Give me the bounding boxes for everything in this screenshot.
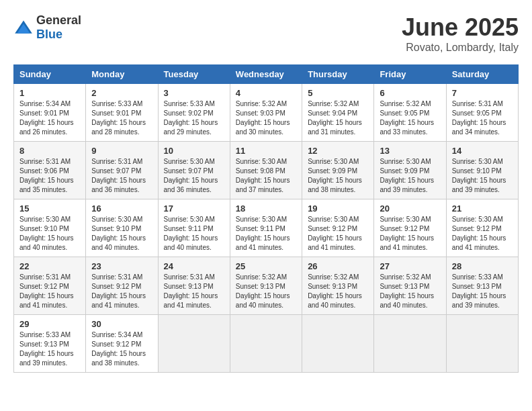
- calendar-cell: 10Sunrise: 5:30 AMSunset: 9:07 PMDayligh…: [158, 142, 230, 199]
- calendar-cell: 4Sunrise: 5:32 AMSunset: 9:03 PMDaylight…: [230, 84, 302, 142]
- logo-icon: [13, 19, 34, 36]
- day-number: 28: [452, 261, 513, 271]
- day-info: Sunrise: 5:31 AMSunset: 9:12 PMDaylight:…: [91, 273, 152, 310]
- day-info: Sunrise: 5:31 AMSunset: 9:05 PMDaylight:…: [452, 99, 513, 137]
- calendar-cell: 5Sunrise: 5:32 AMSunset: 9:04 PMDaylight…: [302, 84, 374, 142]
- calendar-cell: 24Sunrise: 5:31 AMSunset: 9:13 PMDayligh…: [158, 257, 230, 315]
- calendar-cell: 21Sunrise: 5:30 AMSunset: 9:12 PMDayligh…: [446, 199, 518, 257]
- day-info: Sunrise: 5:30 AMSunset: 9:10 PMDaylight:…: [19, 215, 80, 253]
- day-number: 6: [380, 88, 440, 98]
- day-number: 7: [452, 88, 513, 98]
- calendar-cell: 9Sunrise: 5:31 AMSunset: 9:07 PMDaylight…: [86, 142, 158, 199]
- day-info: Sunrise: 5:30 AMSunset: 9:12 PMDaylight:…: [452, 215, 513, 253]
- day-info: Sunrise: 5:31 AMSunset: 9:07 PMDaylight:…: [91, 157, 152, 195]
- calendar-cell: 7Sunrise: 5:31 AMSunset: 9:05 PMDaylight…: [446, 84, 518, 142]
- day-number: 26: [308, 261, 368, 271]
- col-header-tuesday: Tuesday: [158, 65, 230, 84]
- day-info: Sunrise: 5:32 AMSunset: 9:13 PMDaylight:…: [236, 273, 296, 310]
- logo-text: General Blue: [36, 13, 81, 42]
- calendar-cell: [158, 315, 230, 373]
- calendar-cell: 27Sunrise: 5:32 AMSunset: 9:13 PMDayligh…: [374, 257, 446, 315]
- day-number: 15: [19, 203, 80, 214]
- day-info: Sunrise: 5:33 AMSunset: 9:02 PMDaylight:…: [164, 99, 224, 137]
- calendar-cell: 26Sunrise: 5:32 AMSunset: 9:13 PMDayligh…: [302, 257, 374, 315]
- calendar-cell: [302, 315, 374, 373]
- calendar-cell: [230, 315, 302, 373]
- day-number: 29: [19, 319, 80, 329]
- day-number: 22: [19, 261, 80, 271]
- calendar-cell: 17Sunrise: 5:30 AMSunset: 9:11 PMDayligh…: [158, 199, 230, 257]
- col-header-sunday: Sunday: [14, 65, 86, 84]
- logo: General Blue: [13, 13, 81, 42]
- calendar-cell: 18Sunrise: 5:30 AMSunset: 9:11 PMDayligh…: [230, 199, 302, 257]
- day-number: 13: [380, 146, 440, 156]
- calendar-cell: 25Sunrise: 5:32 AMSunset: 9:13 PMDayligh…: [230, 257, 302, 315]
- calendar-cell: 15Sunrise: 5:30 AMSunset: 9:10 PMDayligh…: [14, 199, 86, 257]
- calendar-cell: [446, 315, 518, 373]
- day-number: 2: [91, 88, 152, 98]
- day-number: 30: [91, 319, 152, 329]
- day-info: Sunrise: 5:30 AMSunset: 9:11 PMDaylight:…: [164, 215, 224, 253]
- day-info: Sunrise: 5:30 AMSunset: 9:09 PMDaylight:…: [380, 157, 440, 195]
- day-number: 11: [236, 146, 296, 156]
- day-info: Sunrise: 5:32 AMSunset: 9:03 PMDaylight:…: [236, 99, 296, 137]
- day-info: Sunrise: 5:30 AMSunset: 9:09 PMDaylight:…: [308, 157, 368, 195]
- day-info: Sunrise: 5:34 AMSunset: 9:01 PMDaylight:…: [19, 99, 80, 137]
- day-info: Sunrise: 5:33 AMSunset: 9:01 PMDaylight:…: [91, 99, 152, 137]
- day-info: Sunrise: 5:30 AMSunset: 9:12 PMDaylight:…: [380, 215, 440, 253]
- month-title: June 2025: [402, 13, 519, 42]
- day-info: Sunrise: 5:30 AMSunset: 9:10 PMDaylight:…: [452, 157, 513, 195]
- day-info: Sunrise: 5:31 AMSunset: 9:06 PMDaylight:…: [19, 157, 80, 195]
- calendar-cell: 16Sunrise: 5:30 AMSunset: 9:10 PMDayligh…: [86, 199, 158, 257]
- calendar-cell: 28Sunrise: 5:33 AMSunset: 9:13 PMDayligh…: [446, 257, 518, 315]
- day-info: Sunrise: 5:30 AMSunset: 9:12 PMDaylight:…: [308, 215, 368, 253]
- calendar-cell: 20Sunrise: 5:30 AMSunset: 9:12 PMDayligh…: [374, 199, 446, 257]
- day-info: Sunrise: 5:32 AMSunset: 9:13 PMDaylight:…: [380, 273, 440, 310]
- calendar-cell: 2Sunrise: 5:33 AMSunset: 9:01 PMDaylight…: [86, 84, 158, 142]
- calendar-cell: [374, 315, 446, 373]
- day-info: Sunrise: 5:30 AMSunset: 9:11 PMDaylight:…: [236, 215, 296, 253]
- calendar-cell: 1Sunrise: 5:34 AMSunset: 9:01 PMDaylight…: [14, 84, 86, 142]
- header: General Blue June 2025 Rovato, Lombardy,…: [13, 13, 519, 54]
- col-header-saturday: Saturday: [446, 65, 518, 84]
- day-info: Sunrise: 5:32 AMSunset: 9:04 PMDaylight:…: [308, 99, 368, 137]
- day-number: 24: [164, 261, 224, 271]
- day-number: 27: [380, 261, 440, 271]
- title-area: June 2025 Rovato, Lombardy, Italy: [402, 13, 519, 54]
- col-header-friday: Friday: [374, 65, 446, 84]
- day-number: 25: [236, 261, 296, 271]
- calendar-cell: 13Sunrise: 5:30 AMSunset: 9:09 PMDayligh…: [374, 142, 446, 199]
- day-info: Sunrise: 5:30 AMSunset: 9:08 PMDaylight:…: [236, 157, 296, 195]
- day-number: 3: [164, 88, 224, 98]
- col-header-wednesday: Wednesday: [230, 65, 302, 84]
- day-number: 4: [236, 88, 296, 98]
- calendar-cell: 3Sunrise: 5:33 AMSunset: 9:02 PMDaylight…: [158, 84, 230, 142]
- location-title: Rovato, Lombardy, Italy: [402, 42, 519, 54]
- calendar-cell: 14Sunrise: 5:30 AMSunset: 9:10 PMDayligh…: [446, 142, 518, 199]
- day-number: 20: [380, 203, 440, 214]
- day-info: Sunrise: 5:30 AMSunset: 9:10 PMDaylight:…: [91, 215, 152, 253]
- col-header-monday: Monday: [86, 65, 158, 84]
- calendar-cell: 11Sunrise: 5:30 AMSunset: 9:08 PMDayligh…: [230, 142, 302, 199]
- day-number: 1: [19, 88, 80, 98]
- calendar-cell: 19Sunrise: 5:30 AMSunset: 9:12 PMDayligh…: [302, 199, 374, 257]
- calendar-cell: 8Sunrise: 5:31 AMSunset: 9:06 PMDaylight…: [14, 142, 86, 199]
- day-number: 16: [91, 203, 152, 214]
- calendar-cell: 12Sunrise: 5:30 AMSunset: 9:09 PMDayligh…: [302, 142, 374, 199]
- day-number: 21: [452, 203, 513, 214]
- day-number: 10: [164, 146, 224, 156]
- calendar-cell: 23Sunrise: 5:31 AMSunset: 9:12 PMDayligh…: [86, 257, 158, 315]
- day-info: Sunrise: 5:33 AMSunset: 9:13 PMDaylight:…: [19, 330, 80, 368]
- day-info: Sunrise: 5:31 AMSunset: 9:12 PMDaylight:…: [19, 273, 80, 310]
- day-number: 18: [236, 203, 296, 214]
- day-number: 19: [308, 203, 368, 214]
- calendar-cell: 29Sunrise: 5:33 AMSunset: 9:13 PMDayligh…: [14, 315, 86, 373]
- day-number: 5: [308, 88, 368, 98]
- day-number: 23: [91, 261, 152, 271]
- day-number: 14: [452, 146, 513, 156]
- calendar-header-row: SundayMondayTuesdayWednesdayThursdayFrid…: [14, 65, 519, 84]
- calendar: SundayMondayTuesdayWednesdayThursdayFrid…: [13, 64, 519, 373]
- day-number: 17: [164, 203, 224, 214]
- day-info: Sunrise: 5:34 AMSunset: 9:12 PMDaylight:…: [91, 330, 152, 368]
- day-number: 9: [91, 146, 152, 156]
